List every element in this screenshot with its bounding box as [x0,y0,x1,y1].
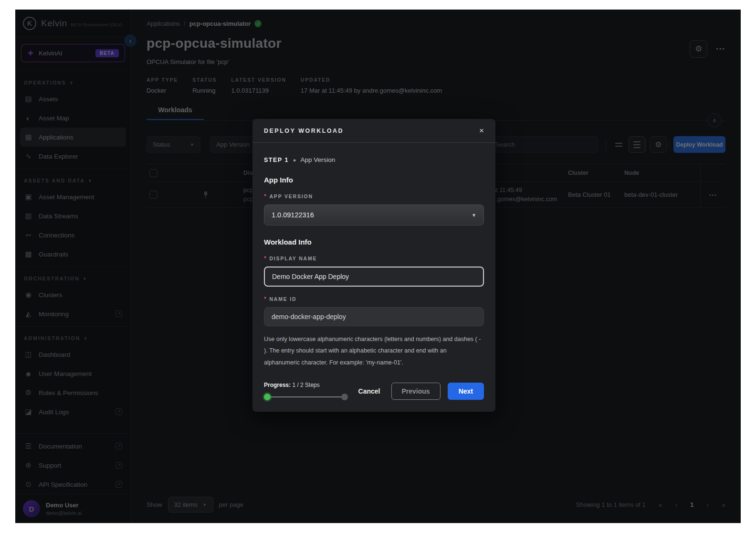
name-id-input[interactable] [266,308,482,326]
close-icon: × [479,126,484,135]
previous-button[interactable]: Previous [391,383,441,400]
step-name: App Version [301,156,336,163]
name-id-label: * NAME ID [264,296,484,302]
progress-track [264,394,348,400]
display-name-label: * DISPLAY NAME [264,255,484,262]
display-name-field-wrap [264,267,484,287]
name-id-helper-text: Use only lowercase alphanumeric characte… [264,333,484,368]
required-asterisk: * [264,255,267,262]
app-version-label: * APP VERSION [264,193,484,200]
modal-title: DEPLOY WORKLOAD [264,128,344,134]
bullet-icon: ● [293,157,296,163]
section-app-info: App Info [264,176,484,184]
step-label: STEP 1 [264,157,289,163]
progress-step-current-dot [264,394,271,400]
modal-buttons: Cancel Previous Next [355,383,484,400]
progress-block: Progress: 1 / 2 Steps [264,382,348,400]
chevron-down-icon: ▼ [472,213,476,218]
progress-step-next-dot [341,394,348,400]
app-version-select[interactable]: 1.0.09122316 ▼ [264,204,484,225]
app-window: K Kelvin BETA Environment (DEV) ‹ Kelvin… [15,10,741,523]
display-name-input[interactable] [266,268,482,286]
progress-label: Progress: [264,382,291,388]
required-asterisk: * [264,296,267,302]
app-version-value: 1.0.09122316 [272,211,314,219]
progress-value: 1 / 2 Steps [292,382,319,388]
next-button[interactable]: Next [448,383,484,400]
modal-body: STEP 1 ● App Version App Info * APP VERS… [252,143,495,382]
modal-header: DEPLOY WORKLOAD × [252,119,495,143]
deploy-workload-modal: DEPLOY WORKLOAD × STEP 1 ● App Version A… [252,119,495,412]
cancel-button[interactable]: Cancel [355,383,384,399]
name-id-field-wrap [264,307,484,326]
section-workload-info: Workload Info [264,238,484,246]
modal-footer: Progress: 1 / 2 Steps Cancel Previous Ne… [252,382,495,412]
close-button[interactable]: × [479,127,484,135]
progress-line [267,396,345,397]
required-asterisk: * [264,193,267,200]
step-indicator: STEP 1 ● App Version [264,156,484,163]
